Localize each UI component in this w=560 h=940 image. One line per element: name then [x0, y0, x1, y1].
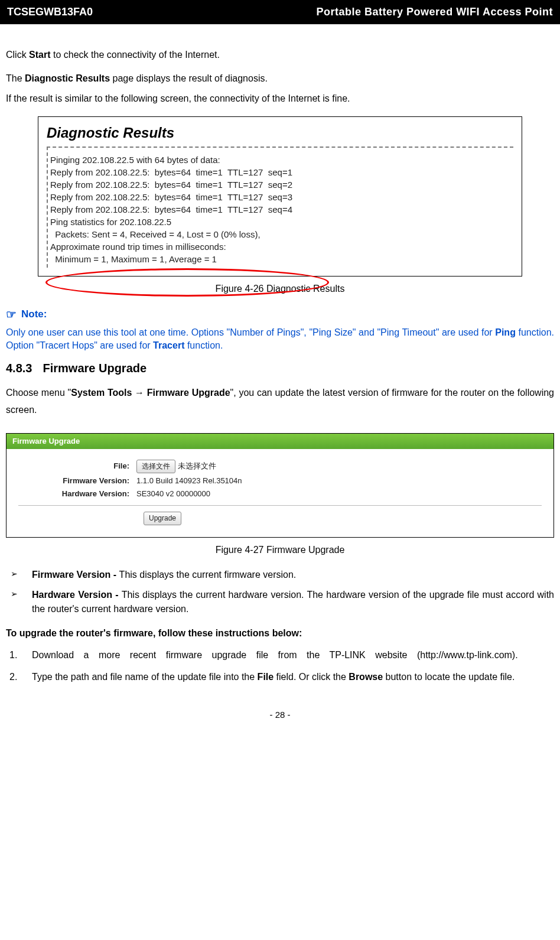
- no-file-text: 未选择文件: [178, 461, 216, 470]
- diag-line: Ping statistics for 202.108.22.5: [50, 216, 511, 228]
- list-item-2: 2. Type the path and file name of the up…: [6, 669, 554, 685]
- text: Only one user can use this tool at one t…: [6, 327, 495, 337]
- text: Click: [6, 50, 29, 60]
- firmware-upgrade-panel: Firmware Upgrade File: 选择文件 未选择文件 Firmwa…: [6, 433, 554, 538]
- bold-menu: System Tools → Firmware Upgrade: [71, 388, 230, 398]
- text: field. Or click the: [274, 672, 349, 682]
- fw-version-value: 1.1.0 Build 140923 Rel.35104n: [136, 476, 242, 486]
- paragraph-result: If the result is similar to the followin…: [6, 92, 554, 106]
- instructions-title: To upgrade the router's firmware, follow…: [6, 627, 554, 640]
- choose-file-button[interactable]: 选择文件: [136, 460, 175, 473]
- diag-panel-title: Diagnostic Results: [47, 123, 513, 143]
- diag-line: Approximate round trip times in millisec…: [50, 240, 511, 253]
- note-body: Only one user can use this tool at one t…: [6, 326, 554, 352]
- fw-version-row: Firmware Version: 1.1.0 Build 140923 Rel…: [18, 476, 542, 486]
- text: Type the path and file name of the updat…: [32, 672, 258, 682]
- pointing-hand-icon: ☞: [6, 306, 17, 323]
- figure-caption-2: Figure 4-27 Firmware Upgrade: [6, 544, 554, 557]
- bullet-title: Hardware Version -: [32, 590, 122, 600]
- upgrade-button[interactable]: Upgrade: [144, 512, 181, 525]
- bullet-firmware-version: ➢ Firmware Version - This displays the c…: [6, 568, 554, 582]
- text: The: [6, 73, 25, 83]
- fw-version-label: Firmware Version:: [18, 476, 136, 486]
- diag-line: Reply from 202.108.22.5: bytes=64 time=1…: [50, 166, 511, 178]
- diag-line: Pinging 202.108.22.5 with 64 bytes of da…: [50, 154, 511, 166]
- section-heading: 4.8.3Firmware Upgrade: [6, 360, 554, 376]
- bullet-mark-icon: ➢: [6, 568, 32, 582]
- text: function.: [184, 340, 223, 350]
- bullet-hardware-version: ➢ Hardware Version - This displays the c…: [6, 588, 554, 616]
- diagnostic-results-panel: Diagnostic Results Pinging 202.108.22.5 …: [38, 116, 522, 277]
- section-number: 4.8.3: [6, 362, 32, 375]
- num-1: 1.: [6, 647, 32, 663]
- diag-output: Pinging 202.108.22.5 with 64 bytes of da…: [47, 147, 513, 268]
- bullet-list: ➢ Firmware Version - This displays the c…: [6, 568, 554, 616]
- diag-line: Packets: Sent = 4, Received = 4, Lost = …: [50, 228, 511, 240]
- section-title: Firmware Upgrade: [43, 362, 146, 375]
- doc-code: TCSEGWB13FA0: [0, 0, 100, 24]
- figure-caption-1: Figure 4-26 Diagnostic Results: [6, 282, 554, 295]
- item-1-text: Download a more recent firmware upgrade …: [32, 647, 554, 663]
- separator: [18, 505, 542, 506]
- fw-panel-title: Firmware Upgrade: [6, 434, 554, 449]
- num-2: 2.: [6, 669, 32, 685]
- bold-tracert: Tracert: [153, 340, 184, 350]
- diag-line: Reply from 202.108.22.5: bytes=64 time=1…: [50, 191, 511, 203]
- text: to check the connectivity of the Interne…: [51, 50, 220, 60]
- note-header: ☞ Note:: [6, 306, 554, 323]
- top-header-bar: TCSEGWB13FA0 Portable Battery Powered WI…: [0, 0, 560, 24]
- paragraph-start: Click Start to check the connectivity of…: [6, 48, 554, 62]
- text: Choose menu ": [6, 388, 71, 398]
- section-paragraph: Choose menu "System Tools → Firmware Upg…: [6, 385, 554, 419]
- paragraph-diag: The Diagnostic Results page displays the…: [6, 71, 554, 86]
- text: button to locate the update file.: [383, 672, 515, 682]
- list-item-1: 1. Download a more recent firmware upgra…: [6, 647, 554, 663]
- page-number: - 28 -: [6, 708, 554, 721]
- bold-ping: Ping: [495, 327, 516, 337]
- bold-diag: Diagnostic Results: [25, 73, 110, 83]
- figure-diagnostic: Diagnostic Results Pinging 202.108.22.5 …: [38, 116, 522, 277]
- fw-hardware-row: Hardware Version: SE3040 v2 00000000: [18, 489, 542, 499]
- diag-line: Minimum = 1, Maximum = 1, Average = 1: [50, 253, 511, 265]
- bullet-text: This displays the current firmware versi…: [119, 570, 297, 580]
- text: page displays the result of diagnosis.: [110, 73, 268, 83]
- diag-line: Reply from 202.108.22.5: bytes=64 time=1…: [50, 203, 511, 216]
- note-label: Note:: [21, 307, 47, 321]
- numbered-list: 1. Download a more recent firmware upgra…: [6, 647, 554, 685]
- bold-file: File: [258, 672, 274, 682]
- fw-file-row: File: 选择文件 未选择文件: [18, 460, 542, 473]
- doc-title: Portable Battery Powered WIFI Access Poi…: [100, 0, 560, 24]
- fw-file-label: File:: [18, 461, 136, 471]
- bold-start: Start: [29, 50, 50, 60]
- bold-browse: Browse: [349, 672, 383, 682]
- fw-hardware-label: Hardware Version:: [18, 489, 136, 499]
- bullet-title: Firmware Version -: [32, 570, 119, 580]
- diag-line: Reply from 202.108.22.5: bytes=64 time=1…: [50, 178, 511, 191]
- fw-hardware-value: SE3040 v2 00000000: [136, 489, 210, 499]
- bullet-mark-icon: ➢: [6, 588, 32, 616]
